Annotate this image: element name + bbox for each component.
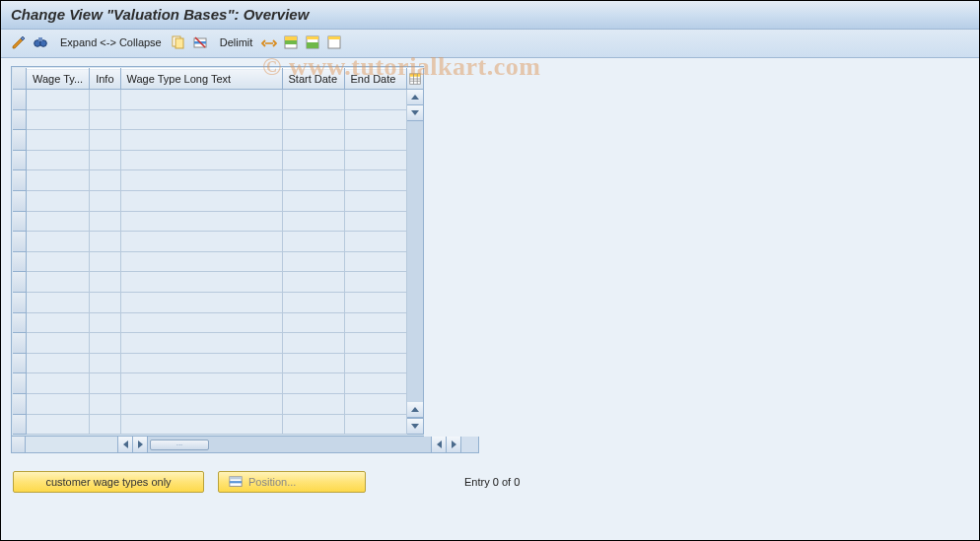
delete-row-icon — [192, 34, 208, 50]
row-selector[interactable] — [13, 191, 27, 212]
table-row[interactable] — [27, 414, 406, 435]
data-table: Wage Ty... Info Wage Type Long Text Star… — [27, 68, 407, 435]
row-selector[interactable] — [13, 130, 27, 151]
delete-button[interactable] — [192, 34, 208, 50]
find-button[interactable] — [33, 34, 48, 50]
svg-rect-13 — [307, 36, 318, 39]
deselect-all-icon — [326, 34, 342, 50]
scroll-track-h[interactable]: ··· — [148, 437, 432, 452]
col-header-long-text[interactable]: Wage Type Long Text — [120, 69, 282, 90]
col-header-start-date[interactable]: Start Date — [282, 69, 344, 90]
scroll-left-button[interactable] — [118, 437, 133, 452]
col-header-end-date[interactable]: End Date — [344, 69, 406, 90]
table-row[interactable] — [27, 292, 406, 312]
table-settings-button[interactable] — [407, 68, 423, 90]
chevron-right-icon — [138, 440, 143, 448]
table-row[interactable] — [27, 333, 406, 354]
scroll-right-button-2[interactable] — [447, 437, 461, 452]
binoculars-icon — [33, 34, 48, 50]
row-selector[interactable] — [13, 151, 27, 171]
scroll-track-v[interactable] — [407, 121, 423, 402]
change-display-toggle-button[interactable] — [11, 34, 27, 50]
row-selector[interactable] — [13, 354, 27, 374]
chevron-right-icon — [452, 440, 456, 448]
table-row[interactable] — [27, 393, 406, 414]
horizontal-scrollbar: ··· — [11, 437, 479, 453]
table-row[interactable] — [27, 251, 406, 272]
svg-rect-11 — [285, 40, 297, 44]
chevron-left-icon — [123, 440, 128, 448]
select-block-button[interactable] — [305, 34, 320, 50]
table-settings-icon — [409, 73, 421, 85]
expand-collapse-button[interactable]: Expand <-> Collapse — [54, 34, 165, 50]
svg-rect-24 — [230, 477, 242, 480]
row-selector[interactable] — [13, 333, 27, 354]
selector-header — [13, 68, 27, 90]
svg-rect-10 — [285, 36, 297, 40]
table-row[interactable] — [27, 211, 406, 232]
scroll-right-button[interactable] — [133, 437, 148, 452]
row-selector[interactable] — [13, 252, 27, 273]
deselect-all-button[interactable] — [326, 34, 342, 50]
scroll-down-button[interactable] — [407, 105, 423, 121]
row-selector[interactable] — [13, 394, 27, 415]
table-row[interactable] — [27, 272, 406, 293]
expand-collapse-label: Expand <-> Collapse — [57, 34, 165, 50]
row-selector[interactable] — [13, 373, 27, 394]
chevron-down-icon — [411, 110, 419, 115]
table-row[interactable] — [27, 90, 406, 110]
chevron-up-icon — [411, 95, 419, 100]
row-selector[interactable] — [13, 90, 27, 110]
title-bar: Change View "Valuation Bases": Overview — [1, 1, 979, 30]
table-row[interactable] — [27, 109, 406, 130]
scroll-up-button[interactable] — [407, 90, 423, 105]
row-selector[interactable] — [13, 293, 27, 313]
pencil-glasses-icon — [11, 34, 27, 50]
table-row[interactable] — [27, 170, 406, 191]
table-row[interactable] — [27, 373, 406, 394]
table-row[interactable] — [27, 130, 406, 151]
table-row[interactable] — [27, 150, 406, 170]
work-area: Wage Ty... Info Wage Type Long Text Star… — [1, 58, 979, 501]
scroll-down-button-2[interactable] — [407, 418, 423, 434]
position-icon — [229, 475, 243, 489]
table-row[interactable] — [27, 190, 406, 211]
copy-button[interactable] — [171, 34, 186, 50]
scroll-up-button-2[interactable] — [407, 402, 423, 418]
position-button[interactable]: Position... — [218, 471, 366, 493]
customer-wage-types-button[interactable]: customer wage types only — [13, 471, 204, 493]
copy-icon — [171, 34, 186, 50]
row-selector[interactable] — [13, 110, 27, 131]
vertical-scrollbar — [407, 68, 424, 435]
delimit-label: Delimit — [217, 34, 256, 50]
chevron-up-icon — [411, 407, 419, 412]
customer-wage-types-label: customer wage types only — [45, 476, 171, 488]
delimit-button[interactable]: Delimit — [214, 34, 256, 50]
hsb-spacer — [12, 437, 26, 452]
table-body — [27, 90, 406, 435]
hsb-corner — [461, 437, 478, 452]
svg-rect-2 — [38, 37, 42, 41]
row-selector[interactable] — [13, 212, 27, 233]
col-header-info[interactable]: Info — [90, 69, 120, 90]
svg-rect-25 — [230, 481, 242, 483]
undo-button[interactable] — [261, 34, 277, 50]
row-selector[interactable] — [13, 170, 27, 191]
select-all-button[interactable] — [283, 34, 299, 50]
svg-rect-18 — [409, 74, 420, 77]
scroll-left-button-2[interactable] — [432, 437, 447, 452]
table-row[interactable] — [27, 312, 406, 333]
row-selector[interactable] — [13, 313, 27, 334]
position-label: Position... — [248, 476, 296, 488]
select-block-icon — [305, 34, 320, 50]
scroll-thumb-h[interactable]: ··· — [150, 440, 209, 450]
table-row[interactable] — [27, 353, 406, 373]
row-selector[interactable] — [13, 415, 27, 436]
chevron-left-icon — [437, 440, 442, 448]
table-row[interactable] — [27, 232, 406, 252]
col-header-wage-type[interactable]: Wage Ty... — [27, 69, 90, 90]
row-selector[interactable] — [13, 232, 27, 252]
application-toolbar: Expand <-> Collapse Delimit — [1, 30, 979, 58]
row-selector[interactable] — [13, 272, 27, 293]
chevron-down-icon — [411, 424, 419, 429]
